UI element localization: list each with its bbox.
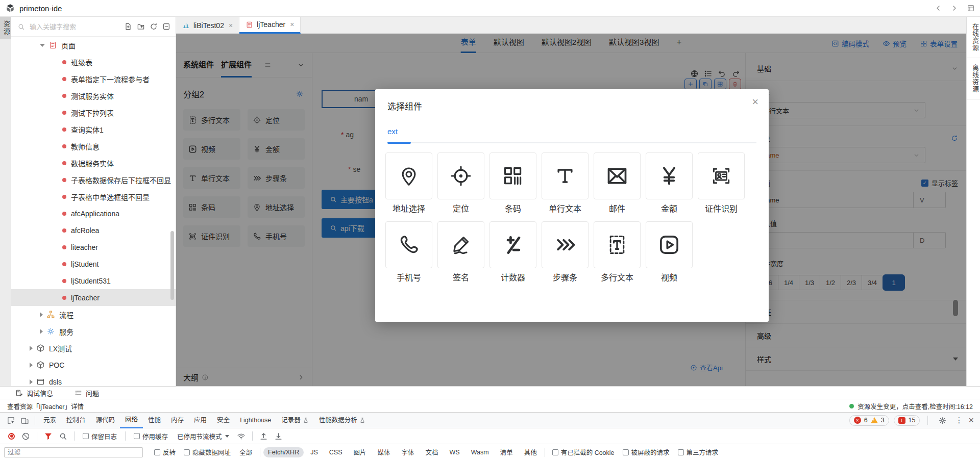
settings-gear-icon[interactable]	[938, 416, 947, 425]
caret-right-icon[interactable]	[40, 312, 43, 317]
tree-item-POC[interactable]: POC	[11, 356, 176, 373]
filter-chip-CSS[interactable]: CSS	[325, 447, 347, 457]
record-icon[interactable]	[8, 433, 15, 440]
tree-item-服务[interactable]: 服务	[11, 323, 176, 340]
issues-count-badge[interactable]: ! 15	[894, 415, 920, 426]
nav-forward-icon[interactable]	[950, 4, 959, 12]
devtools-tab-内存[interactable]: 内存	[166, 413, 189, 428]
devtools-tab-网络[interactable]: 网络	[120, 413, 143, 428]
tree-item-班级表[interactable]: 班级表	[11, 54, 176, 70]
search-icon[interactable]	[59, 432, 67, 441]
tree-item-liteacher[interactable]: liteacher	[11, 239, 176, 255]
devtools-tab-记录器[interactable]: 记录器	[276, 413, 314, 428]
tree-item-查询实体1[interactable]: 查询实体1	[11, 121, 176, 138]
close-icon[interactable]: ×	[752, 96, 758, 108]
throttling-select[interactable]: 已停用节流模式	[177, 431, 229, 441]
filter-check-第三方请求[interactable]: 第三方请求	[678, 447, 719, 457]
modal-component-步骤条[interactable]: 步骤条	[542, 221, 589, 283]
debug-bar-调试信息[interactable]: 调试信息	[15, 388, 53, 398]
network-conditions-icon[interactable]	[237, 432, 246, 441]
modal-component-地址选择[interactable]: 地址选择	[385, 152, 432, 214]
devtools-tab-性能数据分析[interactable]: 性能数据分析	[314, 413, 371, 428]
right-rail-tab-离线资源[interactable]: 离线资源	[967, 58, 980, 99]
filter-chip-文档[interactable]: 文档	[421, 446, 443, 458]
devtools-tab-Lighthouse[interactable]: Lighthouse	[235, 413, 276, 428]
tree-item-afcApplicationa[interactable]: afcApplicationa	[11, 205, 176, 222]
modal-component-金额[interactable]: 金额	[646, 152, 693, 214]
modal-component-计数器[interactable]: 计数器	[489, 221, 536, 283]
right-rail-tab-在线资源[interactable]: 在线资源	[967, 17, 980, 58]
clear-icon[interactable]	[21, 432, 30, 441]
nav-back-icon[interactable]	[934, 4, 942, 12]
devtools-tab-安全[interactable]: 安全	[212, 413, 235, 428]
tree-item-子表格中单选框组不回显[interactable]: 子表格中单选框组不回显	[11, 188, 176, 205]
filter-chip-Fetch/XHR[interactable]: Fetch/XHR	[263, 447, 304, 457]
tree-item-页面[interactable]: 页面	[11, 37, 176, 54]
tree-item-LX测试[interactable]: LX测试	[11, 340, 176, 356]
tree-item-数据服务实体[interactable]: 数据服务实体	[11, 155, 176, 171]
caret-down-icon[interactable]	[40, 44, 45, 47]
modal-component-签名[interactable]: 签名	[437, 221, 484, 283]
modal-component-证件识别[interactable]: 证件识别	[698, 152, 745, 214]
tree-item-流程[interactable]: 流程	[11, 306, 176, 323]
search-input[interactable]	[29, 22, 124, 31]
modal-component-手机号[interactable]: 手机号	[385, 221, 432, 283]
modal-tab-ext[interactable]: ext	[387, 127, 398, 136]
devtools-tab-性能[interactable]: 性能	[143, 413, 166, 428]
filter-check-有已拦截的 Cookie[interactable]: 有已拦截的 Cookie	[552, 447, 615, 457]
modal-component-单行文本[interactable]: 单行文本	[542, 152, 589, 214]
status-right[interactable]: 资源发生变更，点击查看,检查时间:16:12	[857, 401, 973, 411]
filter-chip-Wasm[interactable]: Wasm	[467, 447, 494, 457]
modal-component-定位[interactable]: 定位	[437, 152, 484, 214]
devtools-tab-元素[interactable]: 元素	[38, 413, 61, 428]
hide-data-urls-checkbox[interactable]: 隐藏数据网址	[184, 447, 231, 457]
new-page-icon[interactable]	[124, 22, 132, 31]
caret-right-icon[interactable]	[30, 363, 33, 368]
close-tab-icon[interactable]: ×	[229, 22, 233, 29]
debug-bar-问题[interactable]: 问题	[75, 388, 99, 398]
modal-component-邮件[interactable]: 邮件	[594, 152, 641, 214]
modal-component-视频[interactable]: 视频	[646, 221, 693, 283]
filter-chip-字体[interactable]: 字体	[397, 446, 419, 458]
layout-icon[interactable]	[967, 4, 975, 12]
filter-chip-JS[interactable]: JS	[306, 447, 323, 457]
inspect-element-icon[interactable]	[7, 416, 15, 425]
console-counts[interactable]: × 6 3	[849, 415, 889, 426]
tree-item-ljTeacher[interactable]: ljTeacher	[11, 289, 176, 306]
import-har-icon[interactable]	[259, 432, 268, 441]
caret-right-icon[interactable]	[30, 379, 33, 385]
tree-item-ljStudent531[interactable]: ljStudent531	[11, 272, 176, 289]
editor-tab-ljTeacher[interactable]: ljTeacher×	[239, 17, 301, 34]
modal-component-多行文本[interactable]: 多行文本	[594, 221, 641, 283]
refresh-icon[interactable]	[150, 22, 158, 31]
tree-item-dsls[interactable]: dsls	[11, 373, 176, 386]
tree-item-测试下拉列表[interactable]: 测试下拉列表	[11, 104, 176, 121]
filter-funnel-icon[interactable]	[44, 432, 53, 441]
network-filter-input[interactable]	[4, 447, 143, 457]
tree-item-子表格数据保存后下拉框不回显[interactable]: 子表格数据保存后下拉框不回显	[11, 171, 176, 188]
filter-chip-其他[interactable]: 其他	[520, 446, 542, 458]
filter-chip-WS[interactable]: WS	[445, 447, 464, 457]
invert-checkbox[interactable]: 反转	[154, 447, 176, 457]
tree-item-afcRolea[interactable]: afcRolea	[11, 222, 176, 239]
filter-chip-媒体[interactable]: 媒体	[373, 446, 395, 458]
tree-item-测试服务实体[interactable]: 测试服务实体	[11, 87, 176, 104]
export-har-icon[interactable]	[274, 432, 283, 441]
caret-right-icon[interactable]	[30, 346, 33, 351]
editor-tab-liBiTest02[interactable]: liBiTest02×	[176, 17, 239, 34]
devtools-tab-应用[interactable]: 应用	[189, 413, 212, 428]
caret-right-icon[interactable]	[40, 329, 43, 334]
filter-chip-图片[interactable]: 图片	[349, 446, 371, 458]
device-toolbar-icon[interactable]	[20, 416, 29, 425]
devtools-tab-控制台[interactable]: 控制台	[61, 413, 91, 428]
filter-check-被屏蔽的请求[interactable]: 被屏蔽的请求	[623, 447, 670, 457]
tree-item-表单指定下一流程参与者[interactable]: 表单指定下一流程参与者	[11, 70, 176, 87]
preserve-log-checkbox[interactable]: 保留日志	[83, 431, 117, 441]
close-tab-icon[interactable]: ×	[290, 21, 294, 28]
tree-item-教师信息[interactable]: 教师信息	[11, 138, 176, 155]
disable-cache-checkbox[interactable]: 停用缓存	[134, 431, 168, 441]
rail-tab-resources[interactable]: 资源	[0, 17, 11, 39]
filter-chip-清单[interactable]: 清单	[496, 446, 518, 458]
new-folder-icon[interactable]	[137, 22, 145, 31]
status-left[interactable]: 查看资源「ljTeacher」详情	[7, 401, 84, 411]
